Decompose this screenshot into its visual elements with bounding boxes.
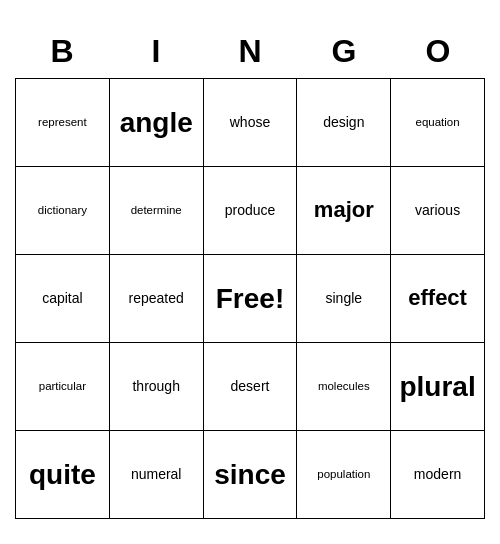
bingo-cell: Free! (204, 255, 298, 343)
cell-text: since (214, 458, 286, 492)
cell-text: desert (231, 378, 270, 395)
header-letter: N (203, 25, 297, 78)
cell-text: represent (38, 116, 87, 130)
bingo-cell: effect (391, 255, 485, 343)
bingo-cell: determine (110, 167, 204, 255)
cell-text: angle (120, 106, 193, 140)
cell-text: design (323, 114, 364, 131)
cell-text: population (317, 468, 370, 482)
header-letter: B (15, 25, 109, 78)
cell-text: molecules (318, 380, 370, 394)
cell-text: modern (414, 466, 461, 483)
cell-text: major (314, 197, 374, 223)
bingo-cell: produce (204, 167, 298, 255)
cell-text: whose (230, 114, 270, 131)
header-letter: I (109, 25, 203, 78)
cell-text: capital (42, 290, 82, 307)
bingo-cell: desert (204, 343, 298, 431)
bingo-cell: angle (110, 79, 204, 167)
bingo-card: BINGO representanglewhosedesignequationd… (15, 25, 485, 519)
bingo-cell: population (297, 431, 391, 519)
bingo-cell: plural (391, 343, 485, 431)
bingo-cell: repeated (110, 255, 204, 343)
cell-text: plural (399, 370, 475, 404)
cell-text: through (132, 378, 179, 395)
cell-text: repeated (129, 290, 184, 307)
cell-text: numeral (131, 466, 182, 483)
bingo-grid: representanglewhosedesignequationdiction… (15, 78, 485, 519)
bingo-cell: whose (204, 79, 298, 167)
bingo-cell: dictionary (16, 167, 110, 255)
bingo-cell: through (110, 343, 204, 431)
bingo-cell: major (297, 167, 391, 255)
bingo-cell: molecules (297, 343, 391, 431)
bingo-cell: single (297, 255, 391, 343)
bingo-cell: since (204, 431, 298, 519)
cell-text: particular (39, 380, 86, 394)
cell-text: various (415, 202, 460, 219)
cell-text: produce (225, 202, 276, 219)
bingo-header: BINGO (15, 25, 485, 78)
cell-text: equation (416, 116, 460, 130)
cell-text: single (325, 290, 362, 307)
bingo-cell: particular (16, 343, 110, 431)
bingo-cell: modern (391, 431, 485, 519)
bingo-cell: represent (16, 79, 110, 167)
cell-text: effect (408, 285, 467, 311)
header-letter: G (297, 25, 391, 78)
bingo-cell: capital (16, 255, 110, 343)
header-letter: O (391, 25, 485, 78)
cell-text: determine (131, 204, 182, 218)
cell-text: Free! (216, 282, 284, 316)
cell-text: dictionary (38, 204, 87, 218)
bingo-cell: quite (16, 431, 110, 519)
bingo-cell: various (391, 167, 485, 255)
bingo-cell: equation (391, 79, 485, 167)
cell-text: quite (29, 458, 96, 492)
bingo-cell: numeral (110, 431, 204, 519)
bingo-cell: design (297, 79, 391, 167)
